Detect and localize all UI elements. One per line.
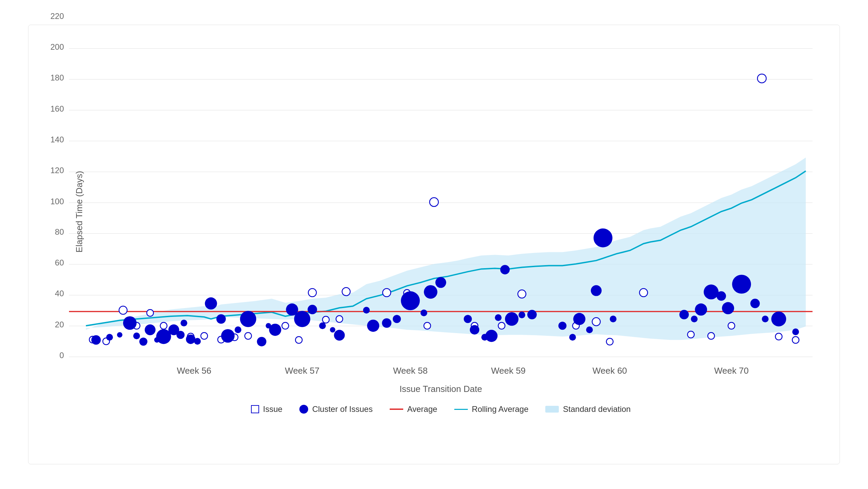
svg-point-78 [186, 334, 196, 344]
svg-point-109 [519, 311, 525, 318]
svg-point-37 [160, 322, 167, 329]
svg-text:Week 56: Week 56 [177, 366, 211, 376]
svg-point-98 [401, 291, 420, 310]
svg-point-118 [679, 310, 689, 319]
svg-point-101 [435, 277, 446, 288]
svg-text:180: 180 [50, 73, 64, 82]
svg-text:100: 100 [50, 197, 64, 206]
svg-point-77 [181, 320, 187, 326]
legend-average-label: Average [407, 404, 437, 414]
svg-point-48 [342, 287, 350, 296]
svg-point-102 [464, 315, 472, 323]
svg-point-128 [792, 328, 799, 335]
svg-point-127 [771, 311, 786, 326]
svg-point-45 [308, 288, 316, 297]
svg-point-95 [367, 320, 379, 332]
svg-point-121 [704, 284, 718, 299]
svg-text:0: 0 [60, 351, 64, 360]
svg-point-93 [334, 330, 345, 341]
svg-text:Week 70: Week 70 [714, 366, 749, 376]
stddev-icon [545, 406, 559, 413]
svg-point-94 [363, 307, 370, 313]
svg-point-44 [295, 336, 302, 343]
legend-item-stddev: Standard deviation [545, 404, 631, 414]
legend-item-issue: Issue [251, 404, 282, 414]
svg-point-34 [119, 306, 127, 314]
svg-point-59 [639, 288, 647, 297]
svg-point-71 [139, 337, 147, 346]
legend-item-average: Average [390, 404, 437, 414]
svg-point-115 [591, 285, 602, 296]
svg-point-107 [500, 265, 510, 274]
chart-svg: 0 20 40 60 80 100 120 140 160 180 200 22… [69, 45, 813, 378]
svg-point-85 [257, 337, 266, 346]
legend-issue-label: Issue [263, 404, 282, 414]
svg-point-97 [393, 315, 401, 323]
issue-icon [251, 405, 259, 413]
average-icon [390, 409, 403, 410]
svg-point-125 [750, 299, 760, 308]
legend-item-cluster: Cluster of Issues [299, 404, 373, 414]
svg-point-65 [792, 336, 799, 343]
legend-cluster-label: Cluster of Issues [312, 404, 373, 414]
svg-point-116 [594, 229, 613, 248]
svg-point-89 [294, 311, 310, 327]
svg-text:Week 60: Week 60 [593, 366, 627, 376]
svg-point-80 [205, 297, 217, 309]
svg-point-113 [573, 313, 586, 325]
svg-point-54 [498, 322, 505, 329]
svg-point-55 [518, 290, 526, 298]
svg-text:80: 80 [55, 227, 64, 236]
svg-point-82 [221, 329, 235, 343]
chart-area: Elapsed Time (Days) 0 20 [69, 45, 813, 378]
x-axis-label: Issue Transition Date [69, 384, 813, 394]
svg-point-119 [691, 316, 698, 322]
legend: Issue Cluster of Issues Average Rolling … [69, 404, 813, 414]
svg-point-69 [123, 316, 137, 330]
rolling-avg-icon [454, 409, 468, 410]
svg-point-46 [322, 316, 329, 323]
svg-point-43 [282, 322, 289, 329]
svg-point-47 [336, 316, 343, 322]
svg-point-68 [117, 332, 122, 337]
svg-text:40: 40 [55, 289, 64, 298]
chart-container: Elapsed Time (Days) 0 20 [28, 25, 840, 464]
svg-point-92 [330, 327, 335, 332]
svg-point-110 [527, 310, 537, 319]
svg-point-60 [687, 331, 694, 338]
svg-point-106 [495, 314, 502, 321]
svg-point-108 [505, 312, 519, 326]
svg-point-57 [592, 318, 600, 326]
legend-stddev-label: Standard deviation [563, 404, 631, 414]
svg-text:Week 57: Week 57 [285, 366, 319, 376]
svg-point-111 [558, 322, 567, 330]
svg-text:140: 140 [50, 135, 64, 144]
y-axis-label: Elapsed Time (Days) [74, 171, 85, 252]
svg-point-72 [145, 324, 156, 335]
svg-point-58 [607, 338, 613, 345]
svg-point-103 [470, 325, 479, 334]
svg-point-39 [201, 332, 208, 339]
cluster-icon [299, 405, 308, 414]
svg-point-120 [695, 303, 707, 316]
svg-text:160: 160 [50, 104, 64, 113]
svg-point-100 [424, 285, 437, 299]
svg-point-99 [420, 309, 427, 316]
svg-point-51 [424, 322, 431, 329]
svg-text:60: 60 [55, 258, 64, 267]
svg-point-112 [569, 334, 576, 341]
svg-point-70 [133, 332, 140, 339]
svg-point-87 [269, 324, 281, 336]
svg-point-49 [383, 288, 391, 297]
svg-point-42 [245, 332, 252, 339]
svg-point-61 [708, 332, 714, 339]
svg-text:20: 20 [55, 320, 64, 329]
svg-point-81 [216, 314, 226, 324]
svg-point-114 [586, 326, 593, 333]
legend-item-rolling-avg: Rolling Average [454, 404, 529, 414]
svg-point-96 [382, 318, 391, 328]
svg-point-123 [722, 302, 734, 314]
svg-point-63 [757, 74, 766, 83]
svg-point-90 [307, 305, 317, 314]
svg-point-122 [716, 291, 726, 301]
